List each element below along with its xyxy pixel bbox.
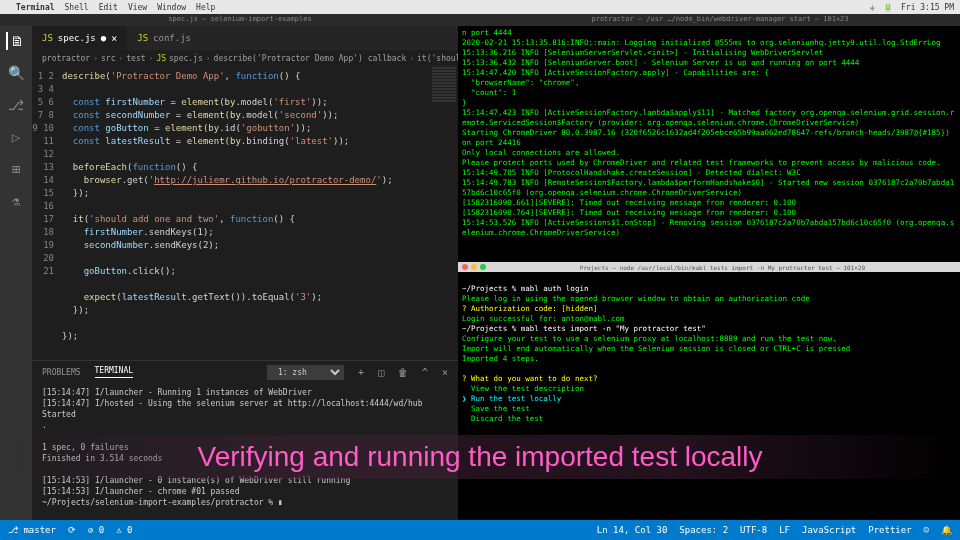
tab-label: spec.js xyxy=(58,33,96,43)
terminal-titlebar[interactable]: Projects — node /usr/local/bin/mabl test… xyxy=(458,262,960,272)
menu-window[interactable]: Window xyxy=(157,3,186,12)
terminal-selector[interactable]: 1: zsh xyxy=(267,365,344,380)
battery-icon[interactable]: 🔋 xyxy=(883,3,893,12)
window-title-row: spec.js — selenium-import-examples protr… xyxy=(0,14,960,26)
close-panel-icon[interactable]: × xyxy=(442,367,448,378)
extensions-icon[interactable]: ⊞ xyxy=(7,160,25,178)
menu-view[interactable]: View xyxy=(128,3,147,12)
app-name[interactable]: Terminal xyxy=(16,3,55,12)
clock[interactable]: Fri 3:15 PM xyxy=(901,3,954,12)
warnings-count[interactable]: ⚠ 0 xyxy=(116,525,132,535)
bottom-panel: PROBLEMS TERMINAL 1: zsh + ◫ 🗑 ^ × [15:1… xyxy=(32,360,458,520)
breadcrumb[interactable]: protractor› src› test› JS spec.js› descr… xyxy=(32,50,458,66)
mabl-terminal[interactable]: ~/Projects % mabl auth login Please log … xyxy=(458,272,960,520)
menu-shell[interactable]: Shell xyxy=(65,3,89,12)
split-terminal-icon[interactable]: ◫ xyxy=(378,367,384,378)
notifications-icon[interactable]: 🔔 xyxy=(941,525,952,535)
webdriver-terminal[interactable]: n port 4444 2020-02-21 15:13:35.816:INFO… xyxy=(458,26,960,262)
tab-conf[interactable]: JS conf.js xyxy=(127,26,201,50)
explorer-icon[interactable]: 🗎 xyxy=(6,32,24,50)
eol[interactable]: LF xyxy=(779,525,790,535)
formatter[interactable]: Prettier xyxy=(868,525,911,535)
status-bar: ⎇ master ⟳ ⊘ 0 ⚠ 0 Ln 14, Col 30 Spaces:… xyxy=(0,520,960,540)
close-icon[interactable]: × xyxy=(111,33,117,44)
js-file-icon: JS xyxy=(42,33,53,43)
menu-edit[interactable]: Edit xyxy=(99,3,118,12)
branch-indicator[interactable]: ⎇ master xyxy=(8,525,56,535)
right-window-title: protractor — /usr …/node_bin/webdriver-m… xyxy=(480,14,960,26)
right-terminals: n port 4444 2020-02-21 15:13:35.816:INFO… xyxy=(458,26,960,520)
macos-menubar: Terminal Shell Edit View Window Help ⏚ 🔋… xyxy=(0,0,960,14)
minimize-window-icon[interactable] xyxy=(471,264,477,270)
source-control-icon[interactable]: ⎇ xyxy=(7,96,25,114)
sync-icon[interactable]: ⟳ xyxy=(68,525,76,535)
terminal-title: Projects — node /usr/local/bin/mabl test… xyxy=(580,264,865,271)
search-icon[interactable]: 🔍 xyxy=(7,64,25,82)
left-window-title: spec.js — selenium-import-examples xyxy=(0,14,480,26)
test-icon[interactable]: ⚗ xyxy=(7,192,25,210)
js-file-icon: JS xyxy=(137,33,148,43)
activity-bar: 🗎 🔍 ⎇ ▷ ⊞ ⚗ xyxy=(0,26,32,520)
dirty-icon: ● xyxy=(101,33,106,43)
close-window-icon[interactable] xyxy=(462,264,468,270)
editor-tabs: JS spec.js ● × JS conf.js xyxy=(32,26,458,50)
panel-tab-problems[interactable]: PROBLEMS xyxy=(42,368,81,377)
editor-group: JS spec.js ● × JS conf.js protractor› sr… xyxy=(32,26,458,520)
new-terminal-icon[interactable]: + xyxy=(358,367,364,378)
encoding[interactable]: UTF-8 xyxy=(740,525,767,535)
debug-icon[interactable]: ▷ xyxy=(7,128,25,146)
wifi-icon[interactable]: ⏚ xyxy=(870,3,875,12)
feedback-icon[interactable]: ☺ xyxy=(924,525,929,535)
minimap[interactable] xyxy=(430,66,458,360)
code-editor[interactable]: describe('Protractor Demo App', function… xyxy=(62,66,430,360)
language-mode[interactable]: JavaScript xyxy=(802,525,856,535)
maximize-panel-icon[interactable]: ^ xyxy=(422,367,428,378)
errors-count[interactable]: ⊘ 0 xyxy=(88,525,104,535)
tab-label: conf.js xyxy=(153,33,191,43)
panel-tab-terminal[interactable]: TERMINAL xyxy=(95,366,134,378)
line-gutter: 1 2 3 4 5 6 7 8 9 10 11 12 13 14 15 16 1… xyxy=(32,66,62,360)
terminal-output[interactable]: [15:14:47] I/launcher - Running 1 instan… xyxy=(32,383,458,520)
zoom-window-icon[interactable] xyxy=(480,264,486,270)
indent-setting[interactable]: Spaces: 2 xyxy=(679,525,728,535)
cursor-position[interactable]: Ln 14, Col 30 xyxy=(597,525,667,535)
kill-terminal-icon[interactable]: 🗑 xyxy=(398,367,408,378)
menu-help[interactable]: Help xyxy=(196,3,215,12)
tab-spec[interactable]: JS spec.js ● × xyxy=(32,26,127,50)
